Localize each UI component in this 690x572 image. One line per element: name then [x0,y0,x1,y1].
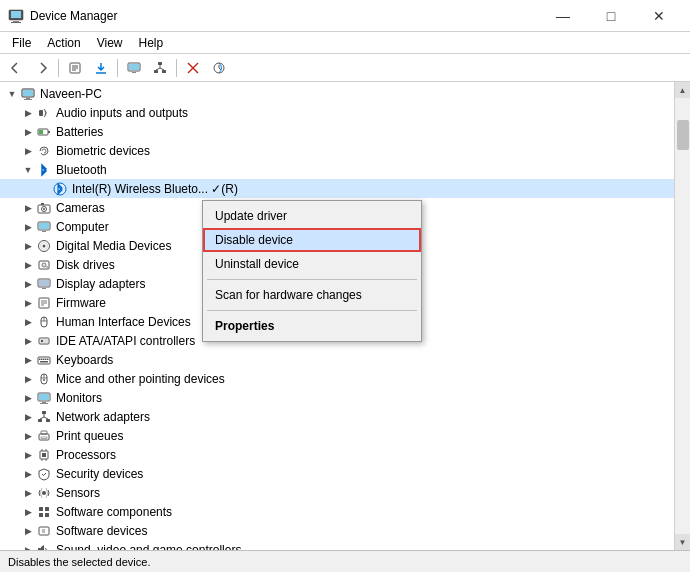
svg-rect-60 [43,358,45,360]
network-icon [36,409,52,425]
maximize-button[interactable]: □ [588,0,634,32]
svg-rect-58 [39,358,41,360]
svg-rect-71 [40,403,48,404]
ctx-uninstall-device[interactable]: Uninstall device [203,252,421,276]
tree-sound[interactable]: ▶ Sound, video and game controllers [0,540,674,550]
toolbar-back[interactable] [4,57,28,79]
toolbar-device-manager[interactable] [122,57,146,79]
display-expander[interactable]: ▶ [20,276,36,292]
audio-expander[interactable]: ▶ [20,105,36,121]
tree-batteries[interactable]: ▶ Batteries [0,122,674,141]
tree-audio[interactable]: ▶ Audio inputs and outputs [0,103,674,122]
ide-expander[interactable]: ▶ [20,333,36,349]
tree-sw-devices[interactable]: ▶ Software devices [0,521,674,540]
close-button[interactable]: ✕ [636,0,682,32]
menu-bar: File Action View Help [0,32,690,54]
firmware-expander[interactable]: ▶ [20,295,36,311]
svg-rect-92 [39,527,49,535]
camera-icon [36,200,52,216]
svg-rect-59 [41,358,43,360]
intel-bt-icon [52,181,68,197]
root-expander[interactable]: ▼ [4,86,20,102]
toolbar-properties[interactable] [63,57,87,79]
sound-expander[interactable]: ▶ [20,542,36,551]
tree-biometric[interactable]: ▶ Biometric devices [0,141,674,160]
tree-sensors[interactable]: ▶ Sensors [0,483,674,502]
tree-keyboards[interactable]: ▶ Keyboards [0,350,674,369]
processors-icon [36,447,52,463]
svg-rect-28 [48,131,50,133]
svg-rect-35 [39,223,49,229]
svg-rect-12 [158,62,162,65]
print-icon [36,428,52,444]
svg-rect-3 [11,22,21,23]
tree-processors[interactable]: ▶ Processors [0,445,674,464]
svg-rect-11 [132,72,136,73]
toolbar-forward[interactable] [30,57,54,79]
biometric-icon [36,143,52,159]
batteries-expander[interactable]: ▶ [20,124,36,140]
scroll-up[interactable]: ▲ [675,82,691,98]
tree-network[interactable]: ▶ Network adapters [0,407,674,426]
monitors-expander[interactable]: ▶ [20,390,36,406]
tree-security[interactable]: ▶ Security devices [0,464,674,483]
toolbar-update-driver[interactable] [89,57,113,79]
ide-icon [36,333,52,349]
svg-point-38 [43,244,46,247]
biometric-expander[interactable]: ▶ [20,143,36,159]
tree-sw-components[interactable]: ▶ Software components [0,502,674,521]
ctx-scan-hardware[interactable]: Scan for hardware changes [203,283,421,307]
toolbar-remove[interactable] [181,57,205,79]
ctx-properties[interactable]: Properties [203,314,421,338]
scroll-down[interactable]: ▼ [675,534,691,550]
digital-media-label: Digital Media Devices [56,239,171,253]
computer-label: Computer [56,220,109,234]
scrollbar[interactable]: ▲ ▼ [674,82,690,550]
sw-components-label: Software components [56,505,172,519]
menu-action[interactable]: Action [39,32,88,54]
ctx-sep-2 [207,310,417,311]
bluetooth-expander[interactable]: ▼ [20,162,36,178]
keyboards-expander[interactable]: ▶ [20,352,36,368]
disk-expander[interactable]: ▶ [20,257,36,273]
digital-media-expander[interactable]: ▶ [20,238,36,254]
menu-view[interactable]: View [89,32,131,54]
menu-file[interactable]: File [4,32,39,54]
network-expander[interactable]: ▶ [20,409,36,425]
cameras-expander[interactable]: ▶ [20,200,36,216]
toolbar [0,54,690,82]
menu-help[interactable]: Help [131,32,172,54]
ctx-disable-device[interactable]: Disable device [203,228,421,252]
scroll-thumb[interactable] [677,120,689,150]
tree-bluetooth[interactable]: ▼ Bluetooth [0,160,674,179]
network-label: Network adapters [56,410,150,424]
tree-print[interactable]: ▶ Print queues [0,426,674,445]
firmware-icon [36,295,52,311]
audio-icon [36,105,52,121]
tree-monitors[interactable]: ▶ Monitors [0,388,674,407]
sensors-expander[interactable]: ▶ [20,485,36,501]
keyboards-label: Keyboards [56,353,113,367]
processors-expander[interactable]: ▶ [20,447,36,463]
hid-expander[interactable]: ▶ [20,314,36,330]
toolbar-network[interactable] [148,57,172,79]
security-expander[interactable]: ▶ [20,466,36,482]
svg-rect-24 [24,99,32,100]
svg-rect-62 [47,358,49,360]
toolbar-scan[interactable] [207,57,231,79]
mice-expander[interactable]: ▶ [20,371,36,387]
svg-rect-70 [42,402,46,403]
tree-intel-bt[interactable]: Intel(R) Wireless Blueto... ✓(R) [0,179,674,198]
tree-root[interactable]: ▼ Naveen-PC [0,84,674,103]
computer-expander[interactable]: ▶ [20,219,36,235]
context-menu: Update driver Disable device Uninstall d… [202,200,422,342]
print-expander[interactable]: ▶ [20,428,36,444]
sw-devices-expander[interactable]: ▶ [20,523,36,539]
mice-label: Mice and other pointing devices [56,372,225,386]
sw-components-expander[interactable]: ▶ [20,504,36,520]
minimize-button[interactable]: — [540,0,586,32]
processors-label: Processors [56,448,116,462]
ctx-update-driver[interactable]: Update driver [203,204,421,228]
svg-rect-72 [42,411,46,414]
tree-mice[interactable]: ▶ Mice and other pointing devices [0,369,674,388]
